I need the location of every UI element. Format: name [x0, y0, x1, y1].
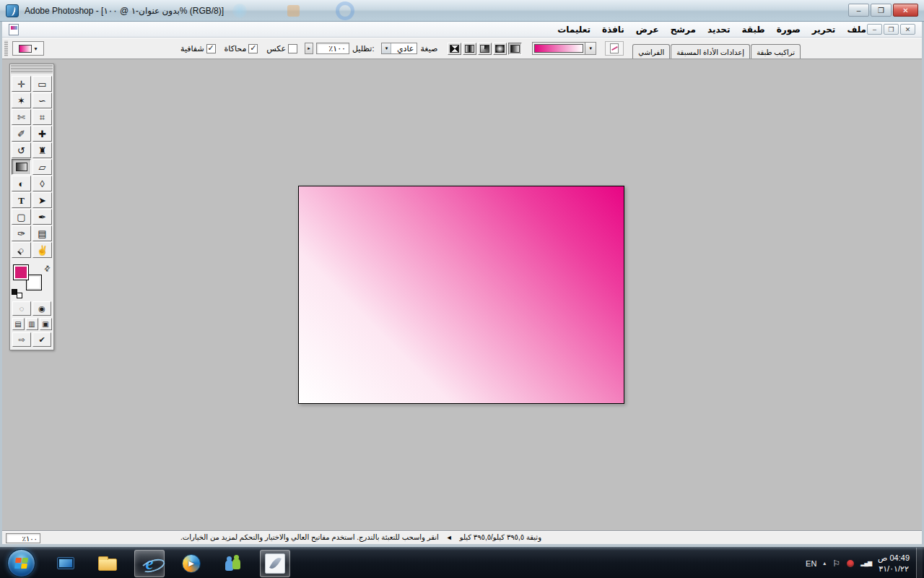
doc-restore-button[interactable]: ❐ [884, 24, 899, 35]
menu-view[interactable]: عرض [630, 25, 665, 35]
taskbar-messenger[interactable] [218, 550, 248, 577]
language-indicator[interactable]: EN [806, 559, 816, 568]
taskbar-explorer[interactable] [92, 550, 123, 577]
eyedropper-tool[interactable]: ✑ [12, 225, 31, 241]
taskbar-internet-explorer[interactable]: e [134, 550, 165, 577]
imageready-row: ⇨ ✔ [10, 332, 53, 347]
taskbar-computer[interactable] [51, 550, 81, 577]
gradient-tool[interactable] [12, 159, 31, 175]
pen-tool[interactable]: ✒ [32, 209, 52, 225]
minimize-button[interactable]: – [848, 4, 869, 17]
shape-tool[interactable]: ▢ [12, 209, 31, 225]
show-desktop-button[interactable] [916, 548, 923, 578]
dodge-tool[interactable]: ◐ [12, 176, 31, 191]
close-button[interactable]: ✕ [893, 4, 918, 17]
fullscreen-menubar-button[interactable]: ▥ [26, 318, 38, 330]
alert-icon[interactable] [847, 560, 854, 567]
start-button[interactable] [7, 549, 35, 577]
brush-tool[interactable]: ✐ [12, 126, 31, 142]
clone-stamp-tool[interactable]: ♜ [32, 142, 52, 158]
network-icon[interactable]: ▂▄▆ [860, 560, 871, 566]
document-icon[interactable] [9, 24, 19, 35]
quick-mask-row: ◌ ◉ [10, 301, 53, 316]
zoom-tool[interactable]: ○ [12, 242, 31, 258]
dither-checkbox[interactable] [248, 44, 258, 53]
gradient-type-buttons [448, 43, 522, 55]
clock-time: 04:49 ص [878, 553, 910, 564]
foreground-color-swatch[interactable] [13, 264, 29, 280]
menu-layer[interactable]: طبقة [736, 25, 771, 35]
gradient-picker-arrow[interactable]: ▾ [585, 42, 596, 55]
clock[interactable]: 04:49 ص ٣١/٠١/٢٢ [878, 553, 910, 574]
fullscreen-button[interactable]: ▣ [40, 318, 52, 330]
windows-logo-icon [14, 558, 28, 569]
tab-tool-presets[interactable]: إعدادات الأداة المسبقة [671, 44, 750, 59]
jump-to-imageready-button[interactable]: ⇨ [12, 332, 31, 347]
document-canvas[interactable] [298, 186, 624, 404]
slice-tool[interactable]: ✄ [12, 109, 31, 125]
eraser-tool[interactable]: ▱ [32, 159, 52, 175]
quick-mask-button[interactable]: ◉ [32, 301, 51, 316]
gradient-angle-button[interactable] [478, 43, 492, 55]
healing-brush-tool[interactable]: ✚ [32, 126, 52, 142]
doc-minimize-button[interactable]: – [867, 24, 882, 35]
notes-tool[interactable]: ▤ [32, 225, 52, 241]
history-brush-tool[interactable]: ↺ [12, 142, 31, 158]
marquee-tool[interactable]: ▭ [32, 76, 52, 92]
window-frame [0, 22, 2, 547]
maximize-button[interactable]: ❐ [871, 4, 892, 17]
gradient-radial-button[interactable] [493, 43, 507, 55]
mode-select[interactable]: ▾ عادي [381, 43, 417, 54]
swap-colors-icon[interactable]: ⇄ [40, 261, 54, 275]
options-bar: ▾ شفافية محاكاة عكس ▸ ١٠٠٪ تظليل: ▾ [0, 38, 924, 59]
menu-window[interactable]: نافذة [596, 25, 630, 35]
type-tool[interactable]: T [12, 192, 31, 208]
hidden-icons-button[interactable]: ▴ [823, 560, 826, 566]
move-tool[interactable]: ✛ [12, 76, 31, 92]
mode-label: صيغة [420, 44, 437, 53]
action-center-flag-icon[interactable]: ⚐ [832, 558, 840, 569]
feather-icon [9, 6, 17, 17]
titlebar-glass-reflection [336, 1, 354, 20]
crop-tool[interactable]: ⌗ [32, 109, 52, 125]
menu-select[interactable]: تحديد [702, 25, 736, 35]
status-menu-arrow-icon[interactable]: ◄ [446, 534, 453, 541]
folder-icon [98, 558, 117, 571]
gradient-diamond-button[interactable] [448, 43, 461, 55]
menu-image[interactable]: صورة [771, 25, 806, 35]
blur-tool[interactable]: ◊ [32, 176, 52, 191]
taskbar-apps: e ▶ [51, 548, 290, 578]
opacity-slider-arrow[interactable]: ▸ [305, 43, 313, 54]
doc-close-button[interactable]: ✕ [900, 24, 915, 35]
menu-edit[interactable]: تحرير [806, 25, 842, 35]
messenger-icon [224, 556, 243, 571]
transparency-checkbox[interactable] [206, 44, 216, 53]
gradient-picker[interactable] [532, 42, 585, 55]
taskbar-photoshop[interactable] [260, 550, 290, 577]
toolbox-grip[interactable] [11, 65, 53, 74]
imageready-feather-button[interactable]: ✔ [32, 332, 51, 347]
tab-brushes[interactable]: الفراشي [632, 44, 670, 59]
hand-tool[interactable]: ✌ [32, 242, 52, 258]
zoom-level-input[interactable]: ١٠٠٪ [6, 533, 40, 543]
palette-toggle-icon[interactable] [605, 41, 624, 56]
magic-wand-tool[interactable]: ✶ [12, 92, 31, 108]
gradient-linear-button[interactable] [508, 43, 522, 55]
default-colors-icon[interactable] [12, 289, 22, 298]
options-bar-grip[interactable] [4, 40, 8, 56]
canvas-workspace: ✛ ▭ ✶ ∽ ✄ ⌗ ✐ ✚ ↺ ♜ ▱ ◐ ◊ T ➤ ▢ ✒ ✑ ▤ ○ [0, 59, 924, 531]
menu-filter[interactable]: مرشح [665, 25, 702, 35]
titlebar[interactable]: Adobe Photoshop - [بدون عنوان-١ @ ١٠٠% (… [0, 0, 924, 22]
standard-screen-button[interactable]: ▤ [12, 318, 25, 330]
tool-preset-picker[interactable]: ▾ [12, 41, 44, 56]
tab-layer-comps[interactable]: تراكيب طبقة [751, 44, 801, 59]
lasso-tool[interactable]: ∽ [32, 92, 52, 108]
taskbar-media-player[interactable]: ▶ [176, 550, 206, 577]
opacity-input[interactable]: ١٠٠٪ [316, 43, 349, 54]
opacity-label: تظليل: [352, 44, 374, 53]
reverse-checkbox[interactable] [288, 44, 297, 53]
gradient-reflected-button[interactable] [463, 43, 476, 55]
path-selection-tool[interactable]: ➤ [32, 192, 52, 208]
menu-help[interactable]: تعليمات [552, 25, 596, 35]
standard-mode-button[interactable]: ◌ [12, 301, 31, 316]
